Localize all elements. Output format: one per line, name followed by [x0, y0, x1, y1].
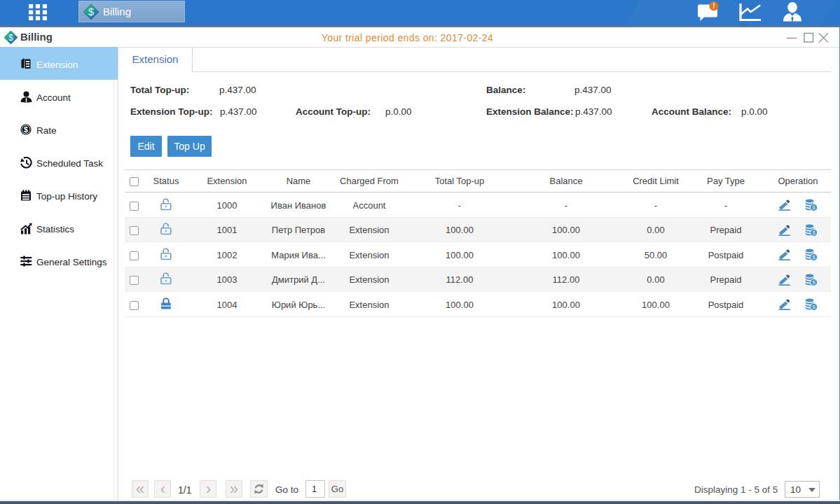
svg-text:$: $ — [88, 6, 94, 18]
svg-text:$: $ — [812, 230, 815, 236]
svg-text:!: ! — [712, 1, 715, 10]
svg-text:$: $ — [812, 304, 815, 311]
svg-text:$: $ — [812, 255, 815, 261]
svg-text:$: $ — [24, 125, 28, 134]
svg-text:$: $ — [812, 279, 815, 286]
svg-text:$: $ — [812, 205, 815, 211]
